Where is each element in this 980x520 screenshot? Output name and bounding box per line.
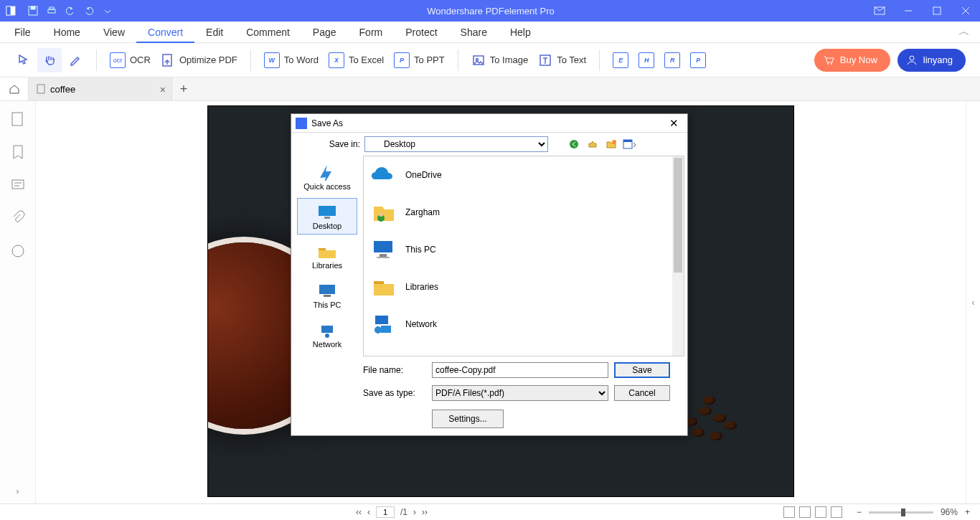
maximize-icon[interactable] (923, 0, 951, 22)
view-facing-continuous-icon[interactable] (831, 506, 842, 518)
expand-right-icon[interactable]: ‹ (972, 298, 975, 308)
svg-rect-41 (375, 316, 388, 324)
menu-share[interactable]: Share (449, 22, 499, 43)
comments-icon[interactable] (10, 177, 26, 193)
to-excel-button[interactable]: XTo Excel (324, 48, 388, 72)
to-pages-icon[interactable]: P (686, 48, 710, 72)
place-libraries[interactable]: Libraries (297, 237, 357, 274)
dialog-app-icon (296, 118, 307, 129)
filename-input[interactable] (432, 362, 608, 378)
dialog-close-icon[interactable]: ✕ (664, 117, 683, 130)
edit-tool-icon[interactable] (63, 48, 88, 72)
prev-page-icon[interactable]: ‹ (367, 507, 370, 517)
cancel-button[interactable]: Cancel (614, 385, 670, 401)
to-html-icon[interactable]: H (634, 48, 659, 72)
ocr-button[interactable]: ocrOCR (105, 48, 155, 72)
close-tab-icon[interactable]: × (160, 84, 166, 95)
file-item-network[interactable]: Network (364, 306, 684, 343)
document-tab[interactable]: coffee × (29, 77, 172, 100)
minimize-icon[interactable] (894, 0, 923, 22)
qat-more-icon[interactable] (99, 2, 116, 19)
thumbnails-icon[interactable] (10, 111, 26, 127)
svg-rect-37 (374, 241, 392, 252)
file-item-onedrive[interactable]: OneDrive (364, 156, 684, 194)
save-icon[interactable] (24, 2, 42, 19)
hand-tool-icon[interactable] (37, 48, 62, 72)
menu-help[interactable]: Help (499, 22, 542, 43)
menu-home[interactable]: Home (42, 22, 92, 43)
user-button[interactable]: linyang (897, 49, 966, 72)
to-rtf-icon[interactable]: R (660, 48, 684, 72)
view-menu-icon[interactable] (623, 137, 637, 151)
to-ppt-button[interactable]: PTo PPT (390, 48, 449, 72)
save-button[interactable]: Save (614, 362, 670, 378)
menu-file[interactable]: File (3, 22, 42, 43)
up-icon[interactable] (585, 137, 600, 151)
file-item-user[interactable]: Zargham (364, 194, 684, 231)
window-controls (865, 0, 980, 22)
next-page-icon[interactable]: › (413, 507, 416, 517)
place-network[interactable]: Network (297, 317, 357, 354)
dialog-titlebar[interactable]: Save As ✕ (291, 114, 687, 133)
menu-form[interactable]: Form (348, 22, 395, 43)
file-item-this-pc[interactable]: This PC (364, 231, 684, 268)
to-ppt-label: To PPT (414, 55, 445, 65)
buy-now-button[interactable]: Buy Now (814, 49, 890, 72)
file-item-libraries[interactable]: Libraries (364, 268, 684, 306)
menu-edit[interactable]: Edit (194, 22, 235, 43)
view-continuous-icon[interactable] (799, 506, 811, 518)
settings-button[interactable]: Settings... (432, 410, 504, 428)
page-current-input[interactable] (376, 506, 395, 518)
place-desktop[interactable]: Desktop (297, 198, 357, 235)
print-icon[interactable] (43, 2, 60, 19)
chat-icon[interactable] (10, 243, 26, 259)
collapse-ribbon-icon[interactable]: ︿ (951, 24, 977, 39)
place-this-pc[interactable]: This PC (297, 278, 357, 314)
type-select[interactable]: PDF/A Files(*.pdf) (432, 385, 608, 401)
mail-icon[interactable] (865, 0, 894, 22)
select-tool-icon[interactable] (11, 48, 36, 72)
back-icon[interactable] (567, 137, 581, 151)
to-epub-icon[interactable]: E (608, 48, 633, 72)
svg-rect-32 (324, 295, 331, 297)
svg-point-25 (612, 140, 616, 144)
expand-sidebar-icon[interactable]: › (17, 486, 19, 496)
menu-page[interactable]: Page (301, 22, 348, 43)
bookmarks-icon[interactable] (10, 144, 26, 160)
zoom-out-icon[interactable]: − (857, 507, 862, 517)
menu-convert[interactable]: Convert (136, 22, 194, 43)
menu-view[interactable]: View (92, 22, 136, 43)
view-facing-icon[interactable] (815, 506, 826, 518)
svg-rect-30 (319, 248, 326, 250)
undo-icon[interactable] (62, 2, 79, 19)
add-tab-button[interactable]: + (172, 77, 195, 100)
menu-comment[interactable]: Comment (235, 22, 301, 43)
to-text-button[interactable]: To Text (534, 48, 590, 72)
new-folder-icon[interactable] (604, 137, 618, 151)
redo-icon[interactable] (80, 2, 98, 19)
svg-point-24 (570, 140, 578, 148)
view-single-icon[interactable] (783, 506, 795, 518)
savein-select[interactable]: Desktop (364, 136, 548, 152)
first-page-icon[interactable]: ‹‹ (356, 507, 362, 517)
zoom-in-icon[interactable]: + (965, 507, 970, 517)
svg-rect-5 (50, 7, 54, 9)
file-list-scrollbar[interactable] (672, 156, 684, 356)
attachments-icon[interactable] (10, 210, 26, 226)
place-quick-access[interactable]: Quick access (297, 159, 357, 195)
pager: ‹‹ ‹ /1 › ›› (356, 506, 428, 518)
svg-rect-8 (933, 7, 941, 14)
dialog-title: Save As (311, 118, 343, 128)
menu-protect[interactable]: Protect (394, 22, 448, 43)
close-icon[interactable] (951, 0, 980, 22)
svg-rect-27 (623, 140, 632, 142)
optimize-button[interactable]: Optimize PDF (156, 48, 242, 72)
file-list[interactable]: OneDrive Zargham This PC Libraries Netwo… (363, 156, 684, 356)
app-title: Wondershare PDFelement Pro (116, 6, 865, 16)
home-tab-icon[interactable] (0, 77, 29, 100)
last-page-icon[interactable]: ›› (422, 507, 428, 517)
to-image-button[interactable]: To Image (467, 48, 532, 72)
to-word-button[interactable]: WTo Word (260, 48, 323, 72)
svg-rect-29 (324, 217, 330, 219)
zoom-slider[interactable] (869, 511, 933, 514)
